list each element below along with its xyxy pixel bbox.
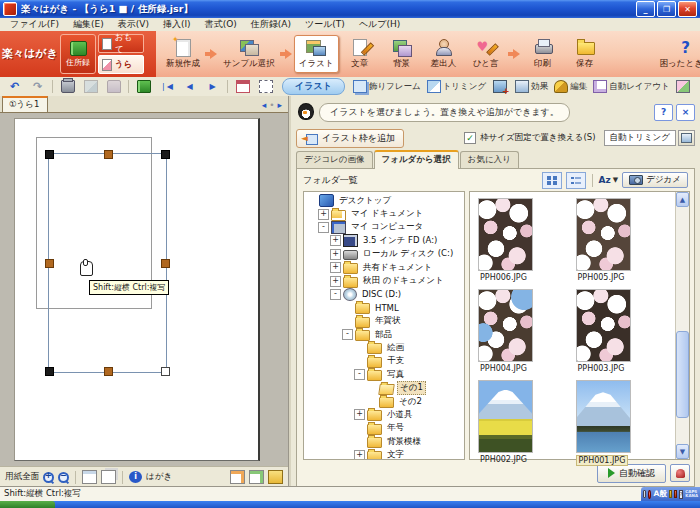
redo-button[interactable]: ↷ [27,79,48,94]
page-tool-icon-2[interactable] [249,470,264,484]
tree-item[interactable]: + 共有ドキュメント [306,261,464,274]
page-tab[interactable]: ①うら1 [2,96,48,112]
edit-tool-button[interactable]: 自動レイアウト [591,79,672,94]
tree-expand-toggle[interactable]: - [318,222,329,233]
tree-item[interactable]: + 3.5 インチ FD (A:) [306,234,464,247]
ime-help-icon[interactable]: ? [679,490,684,499]
toolbar-button[interactable]: 保存 [564,36,606,72]
add-illustration-frame-button[interactable]: イラスト枠を追加 [296,129,404,148]
tree-item[interactable]: その1 [306,381,464,394]
edit-tool-button[interactable] [490,79,511,94]
tab-next-icon[interactable]: ▸ [277,100,282,110]
resize-handle-se[interactable] [161,367,170,376]
edit-tool-button[interactable]: トリミング [425,79,489,94]
ime-pad-icon[interactable] [674,490,677,498]
thumbnail-image[interactable] [576,198,631,271]
toolbar-button[interactable]: 文章 [339,36,381,72]
tree-item[interactable]: デスクトップ [306,194,464,207]
source-tab[interactable]: お気に入り [460,151,519,168]
thumbnail-item[interactable]: PPH006.JPG [478,198,576,282]
thumbnail-item[interactable]: PPH003.JPG [576,289,674,373]
scroll-down-icon[interactable]: ▼ [676,444,689,459]
edit-tool-button[interactable]: 飾りフレーム [351,79,423,94]
thumbnail-view-button[interactable] [542,172,562,189]
tree-expand-toggle[interactable]: + [330,262,341,273]
thumbnail-scrollbar[interactable]: ▲ ▼ [675,192,689,459]
canvas-viewport[interactable]: Shift:縦横 Ctrl:複写 [0,113,288,467]
tree-item[interactable]: その2 [306,395,464,408]
nav-next-button[interactable]: ▶ [202,79,223,94]
selected-image-frame[interactable] [48,153,167,373]
taskbar[interactable] [0,501,700,508]
digicam-button[interactable]: デジカメ [622,172,688,188]
scrollbar-thumb[interactable] [676,331,689,418]
menu-item[interactable]: 書式(O) [199,18,243,31]
tree-item[interactable]: - DISC (D:) [306,288,464,301]
page-tool-icon-1[interactable] [230,470,245,484]
front-side-button[interactable]: おもて [98,34,144,53]
tree-expand-toggle[interactable]: - [342,329,353,340]
toolbar-button[interactable]: 背景 [381,36,423,72]
toolbar-button[interactable]: ひと言 [465,36,507,72]
tree-item[interactable]: 年賀状 [306,315,464,328]
panel-help-button[interactable]: ? [654,104,673,121]
zoom-in-icon[interactable]: + [43,472,54,483]
menu-item[interactable]: 表示(V) [112,18,155,31]
tree-expand-toggle[interactable]: + [318,209,329,220]
tree-item[interactable]: + 小道具 [306,408,464,421]
tree-expand-toggle[interactable]: - [354,369,365,380]
tree-item[interactable]: 絵画 [306,341,464,354]
auto-confirm-button[interactable]: 自動確認 [597,464,666,483]
tree-item[interactable]: + 文字 [306,448,464,460]
delete-button[interactable] [57,79,78,94]
thumbnail-image[interactable] [478,289,533,362]
resize-handle-n[interactable] [104,150,113,159]
info-icon[interactable]: i [129,471,142,483]
keyboard-icon[interactable] [643,490,646,498]
auto-trim-select[interactable]: 自動トリミング [604,130,677,146]
scroll-up-icon[interactable]: ▲ [676,192,689,207]
multi-page-icon[interactable] [101,470,116,484]
tree-expand-toggle[interactable]: + [330,276,341,287]
source-tab[interactable]: フォルダから選択 [374,150,459,169]
image-tool-button[interactable] [80,79,101,94]
tree-item[interactable]: + ローカル ディスク (C:) [306,248,464,261]
tree-expand-toggle[interactable]: + [354,450,365,460]
print-preview-icon[interactable] [82,470,97,484]
back-side-button[interactable]: うら [98,55,144,74]
zoom-out-icon[interactable]: − [58,472,69,483]
minimize-button[interactable]: _ [636,1,655,17]
menu-item[interactable]: ツール(T) [299,18,351,31]
ime-icon[interactable] [648,490,651,499]
undo-button[interactable]: ↶ [4,79,25,94]
resize-handle-ne[interactable] [161,150,170,159]
tree-item[interactable]: - 写真 [306,368,464,381]
tree-expand-toggle[interactable]: + [330,249,341,260]
panel-close-button[interactable]: × [676,104,695,121]
tree-item[interactable]: 年号 [306,422,464,435]
resize-handle-sw[interactable] [45,367,54,376]
tree-expand-toggle[interactable]: - [330,289,341,300]
resize-handle-e[interactable] [161,259,170,268]
grid-view-button[interactable] [232,79,253,94]
thumbnail-image[interactable] [478,198,533,271]
auto-trim-settings-button[interactable] [678,130,695,146]
toolbar-button[interactable]: イラスト [294,35,339,73]
resize-handle-w[interactable] [45,259,54,268]
source-tab[interactable]: デジコレの画像 [296,151,373,168]
page-tool-icon-3[interactable] [268,470,283,484]
nav-prev-button[interactable]: ◀ [179,79,200,94]
fixed-size-checkbox[interactable]: ✓ [464,132,476,144]
ime-tools-icon[interactable] [669,490,672,498]
thumbnail-item[interactable]: PPH002.JPG [478,380,576,466]
restore-button[interactable]: ❐ [657,1,676,17]
menu-item[interactable]: ヘルプ(H) [353,18,406,31]
toolbar-button[interactable]: サンプル選択 [219,36,279,72]
toolbar-button[interactable]: 印刷 [522,36,564,72]
nav-first-button[interactable]: ❘◀ [156,79,177,94]
menu-item[interactable]: 挿入(I) [157,18,197,31]
tab-prev-icon[interactable]: ◂ [262,100,267,110]
tree-item[interactable]: 背景模様 [306,435,464,448]
addressbook-open-button[interactable] [133,79,154,94]
confirm-tool-button[interactable] [670,464,690,482]
